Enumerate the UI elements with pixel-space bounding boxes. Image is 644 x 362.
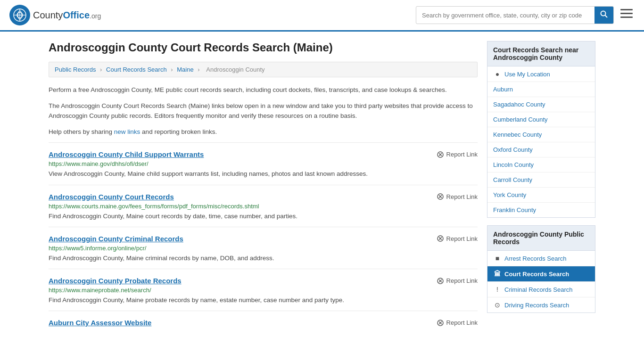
nearby-item-label: Lincoln County: [493, 161, 534, 168]
pub-record-label: Criminal Records Search: [504, 286, 573, 293]
nearby-item-oxford-county[interactable]: Oxford County: [487, 142, 595, 157]
report-link[interactable]: Report Link: [437, 151, 478, 158]
record-desc: Find Androscoggin County, Maine criminal…: [49, 254, 478, 263]
svg-rect-8: [620, 13, 633, 14]
record-url[interactable]: https://www5.informe.org/online/pcr/: [49, 245, 478, 252]
logo-icon: [9, 5, 30, 25]
nearby-section: ●Use My LocationAuburnSagadahoc CountyCu…: [487, 66, 595, 218]
record-url[interactable]: https://www.maine.gov/dhhs/ofi/dser/: [49, 160, 478, 167]
record-header: Androscoggin County Court Records Report…: [49, 193, 478, 201]
pub-record-item-arrest-records-search[interactable]: ■Arrest Records Search: [487, 251, 595, 266]
record-title[interactable]: Androscoggin County Criminal Records: [49, 235, 183, 243]
report-icon: [437, 235, 444, 242]
nearby-item-label: Auburn: [493, 86, 513, 93]
pub-record-label: Driving Records Search: [504, 302, 569, 309]
svg-line-6: [605, 16, 608, 18]
breadcrumb-current: Androscoggin County: [206, 66, 264, 73]
nearby-item-sagadahoc-county[interactable]: Sagadahoc County: [487, 97, 595, 112]
nearby-section-title: Court Records Search near Androscoggin C…: [487, 41, 595, 66]
record-desc: Find Androscoggin County, Maine probate …: [49, 296, 478, 305]
nearby-item-label: Oxford County: [493, 146, 533, 153]
svg-rect-9: [620, 16, 633, 18]
logo-area: CountyOffice.org: [9, 5, 101, 25]
record-item: Androscoggin County Child Support Warran…: [49, 142, 478, 184]
desc-para3-after: and reporting broken links.: [140, 128, 217, 135]
sidebar: Court Records Search near Androscoggin C…: [487, 41, 595, 334]
content-area: Androscoggin County Court Records Search…: [49, 41, 478, 334]
pub-record-item-court-records-search[interactable]: 🏛Court Records Search: [487, 266, 595, 282]
header-right: [416, 6, 635, 24]
site-header: CountyOffice.org: [0, 0, 644, 32]
nearby-item-label: Cumberland County: [493, 116, 548, 123]
nearby-item-carroll-county[interactable]: Carroll County: [487, 173, 595, 188]
nearby-item-use-my-location[interactable]: ●Use My Location: [487, 66, 595, 82]
search-input[interactable]: [416, 8, 594, 23]
public-records-section: ■Arrest Records Search🏛Court Records Sea…: [487, 251, 595, 313]
desc-para1: Perform a free Androscoggin County, ME p…: [49, 85, 478, 95]
driving-icon: ⊙: [493, 301, 502, 309]
breadcrumb: Public Records › Court Records Search › …: [49, 62, 478, 77]
record-item: Androscoggin County Probate Records Repo…: [49, 269, 478, 311]
record-item: Androscoggin County Court Records Report…: [49, 185, 478, 227]
record-title[interactable]: Androscoggin County Court Records: [49, 193, 174, 201]
nearby-item-cumberland-county[interactable]: Cumberland County: [487, 112, 595, 127]
report-link[interactable]: Report Link: [437, 235, 478, 242]
report-icon: [437, 277, 444, 285]
breadcrumb-public-records[interactable]: Public Records: [55, 66, 96, 73]
record-desc: View Androscoggin County, Maine child su…: [49, 169, 478, 179]
nearby-item-label: York County: [493, 191, 526, 198]
report-icon: [437, 193, 444, 200]
location-icon: ●: [493, 70, 502, 78]
desc-para3: Help others by sharing new links and rep…: [49, 127, 478, 137]
breadcrumb-sep1: ›: [100, 66, 102, 73]
court-icon: 🏛: [493, 270, 502, 278]
record-header: Androscoggin County Child Support Warran…: [49, 150, 478, 158]
records-list: Androscoggin County Child Support Warran…: [49, 142, 478, 334]
report-link[interactable]: Report Link: [437, 319, 478, 327]
report-link[interactable]: Report Link: [437, 277, 478, 285]
breadcrumb-sep2: ›: [171, 66, 173, 73]
nearby-item-label: Carroll County: [493, 176, 532, 183]
nearby-item-franklin-county[interactable]: Franklin County: [487, 203, 595, 217]
report-link[interactable]: Report Link: [437, 193, 478, 200]
arrest-icon: ■: [493, 255, 502, 262]
nearby-item-kennebec-county[interactable]: Kennebec County: [487, 127, 595, 142]
pub-record-label: Court Records Search: [504, 271, 569, 278]
record-title[interactable]: Auburn City Assessor Website: [49, 319, 151, 327]
record-header: Androscoggin County Probate Records Repo…: [49, 277, 478, 285]
nearby-item-lincoln-county[interactable]: Lincoln County: [487, 157, 595, 173]
pub-record-item-criminal-records-search[interactable]: !Criminal Records Search: [487, 282, 595, 297]
nearby-item-label: Use My Location: [504, 71, 550, 78]
record-header: Auburn City Assessor Website Report Link: [49, 319, 478, 327]
record-url[interactable]: https://www.maineprobate.net/search/: [49, 287, 478, 294]
new-links-link[interactable]: new links: [114, 128, 140, 135]
nearby-item-label: Sagadahoc County: [493, 101, 545, 108]
desc-para2: The Androscoggin County Court Records Se…: [49, 101, 478, 121]
record-title[interactable]: Androscoggin County Child Support Warran…: [49, 150, 204, 158]
search-button[interactable]: [594, 7, 613, 24]
page-title: Androscoggin County Court Records Search…: [49, 41, 478, 54]
public-records-title: Androscoggin County Public Records: [487, 225, 595, 251]
record-item: Androscoggin County Criminal Records Rep…: [49, 227, 478, 269]
breadcrumb-sep3: ›: [198, 66, 199, 73]
nearby-item-auburn[interactable]: Auburn: [487, 82, 595, 97]
record-title[interactable]: Androscoggin County Probate Records: [49, 277, 182, 285]
nearby-item-york-county[interactable]: York County: [487, 188, 595, 203]
menu-button[interactable]: [619, 7, 635, 23]
main-container: Androscoggin County Court Records Search…: [39, 32, 605, 344]
breadcrumb-court-records[interactable]: Court Records Search: [106, 66, 167, 73]
search-box: [416, 6, 614, 24]
svg-rect-7: [620, 9, 633, 10]
record-url[interactable]: https://www.courts.maine.gov/fees_forms/…: [49, 203, 478, 210]
record-header: Androscoggin County Criminal Records Rep…: [49, 235, 478, 243]
logo-text: CountyOffice.org: [33, 10, 101, 21]
desc-para3-before: Help others by sharing: [49, 128, 114, 135]
report-icon: [437, 319, 444, 327]
criminal-icon: !: [493, 286, 502, 293]
report-icon: [437, 151, 444, 158]
svg-point-5: [601, 11, 606, 16]
nearby-item-label: Franklin County: [493, 206, 536, 214]
pub-record-item-driving-records-search[interactable]: ⊙Driving Records Search: [487, 297, 595, 313]
breadcrumb-maine[interactable]: Maine: [177, 66, 193, 73]
record-item: Auburn City Assessor Website Report Link: [49, 311, 478, 334]
